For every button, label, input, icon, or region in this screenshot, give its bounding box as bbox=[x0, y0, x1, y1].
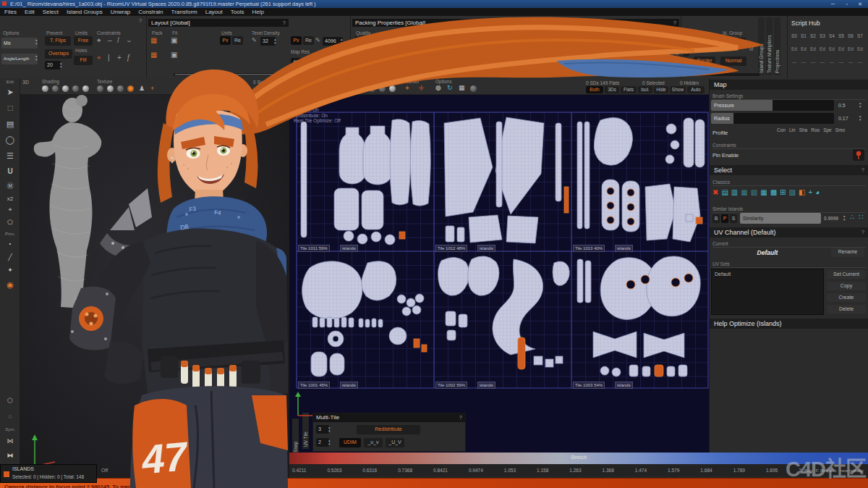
select-rows-icon[interactable]: ▤ bbox=[721, 186, 728, 199]
stepper-icon[interactable]: ▲▼ bbox=[667, 59, 670, 66]
help-icon[interactable]: ? bbox=[459, 413, 462, 422]
pressure-value[interactable]: 0.5 bbox=[838, 103, 846, 108]
profile-option[interactable]: Con bbox=[777, 127, 786, 132]
stepper-icon[interactable]: ▲▼ bbox=[667, 49, 670, 56]
mesh-rows-icon[interactable]: ☰ bbox=[0, 149, 20, 162]
uv-upper-button[interactable]: _U_V bbox=[386, 438, 404, 447]
unwrap-u-icon[interactable]: U bbox=[0, 165, 20, 178]
step-45-button[interactable]: 45 bbox=[629, 38, 634, 43]
pressure-slider[interactable]: Pressure bbox=[711, 100, 834, 111]
uv-island-shapes[interactable] bbox=[301, 117, 705, 376]
polygon-tool-icon[interactable]: ⬠ bbox=[0, 216, 20, 229]
uv-set-item[interactable]: Default bbox=[715, 272, 731, 277]
mix-select[interactable]: Mix bbox=[1, 38, 38, 49]
line-constraint-icon[interactable]: – bbox=[108, 36, 112, 45]
shading-flat-icon[interactable] bbox=[42, 85, 48, 92]
help-icon[interactable]: ? bbox=[861, 227, 864, 237]
re-button[interactable]: Re bbox=[232, 36, 243, 45]
stepper-icon[interactable]: ▲▼ bbox=[667, 37, 670, 44]
stepper-icon[interactable]: ▲▼ bbox=[843, 214, 846, 222]
similarity-value[interactable]: 0.9999 bbox=[824, 216, 838, 221]
g-button-2[interactable]: G bbox=[683, 48, 689, 56]
axis-z-toggle[interactable]: Z bbox=[580, 49, 583, 54]
script-slot-button[interactable]: S0 bbox=[790, 33, 799, 38]
box-button[interactable]: Box bbox=[694, 38, 715, 47]
orient-dash-button[interactable]: — bbox=[572, 36, 579, 45]
pack-all-icon[interactable]: ▦ bbox=[150, 51, 157, 59]
quality-norm-button[interactable]: Norm bbox=[370, 36, 388, 46]
help-icon[interactable]: ? bbox=[139, 17, 142, 24]
character-display-icon[interactable]: ♟ bbox=[139, 85, 145, 92]
min-angle-button[interactable]: Min Angle bbox=[605, 48, 635, 56]
script-edit-button[interactable]: Ed bbox=[818, 46, 827, 51]
shading-smooth-icon[interactable] bbox=[62, 85, 69, 92]
select-island-icon[interactable]: ◧ bbox=[799, 186, 805, 199]
stepper-icon[interactable]: ▲▼ bbox=[435, 59, 438, 66]
pin-enable-button[interactable] bbox=[853, 149, 864, 161]
g-button-1[interactable]: G bbox=[683, 36, 689, 45]
select-lock-button[interactable]: Select bbox=[475, 51, 499, 67]
step-180-button[interactable]: 180 bbox=[647, 38, 655, 43]
select-plus-grid-icon[interactable]: ⊞ bbox=[780, 186, 786, 199]
menu-item[interactable]: Constrain bbox=[138, 8, 163, 16]
max-angle-value[interactable]: 180 bbox=[648, 58, 665, 66]
script-edit-button[interactable]: Ed bbox=[827, 46, 836, 51]
maximize-icon[interactable]: ▫ bbox=[846, 0, 848, 8]
border-button[interactable]: Border bbox=[694, 56, 715, 66]
select-columns-icon[interactable]: ▥ bbox=[731, 186, 738, 199]
hierarchy-icon[interactable]: ∴ bbox=[850, 213, 854, 221]
similarity-field[interactable]: Similarity bbox=[740, 213, 821, 224]
scrollbar-thumb[interactable] bbox=[175, 74, 681, 75]
stepper-icon[interactable]: ▲▼ bbox=[328, 439, 331, 446]
step-off-button[interactable]: Off bbox=[616, 36, 627, 45]
angle-length-select[interactable]: Angle/Length bbox=[1, 54, 38, 64]
orient-m-toggle[interactable]: M bbox=[589, 49, 592, 54]
select-section-header[interactable]: Select ? bbox=[710, 165, 868, 175]
bar-constraint-icon[interactable]: | bbox=[108, 54, 110, 62]
pin-constraint-icon[interactable]: ⌖ bbox=[97, 36, 101, 45]
stacked-button[interactable]: Stacked bbox=[720, 38, 746, 47]
minimize-icon[interactable]: ─ bbox=[831, 0, 835, 8]
stepper-icon[interactable]: ▲▼ bbox=[676, 37, 678, 44]
stepper-icon[interactable]: ▲▼ bbox=[340, 38, 343, 45]
viewport-3d[interactable]: 3D Shading Texture ♟ + 0 Selected Isol. … bbox=[20, 78, 289, 488]
stepper-icon[interactable]: ▲▼ bbox=[308, 59, 311, 66]
stepper-icon[interactable]: ▲▼ bbox=[859, 101, 861, 109]
script-empty-slot[interactable]: — bbox=[809, 59, 817, 64]
stepper-icon[interactable]: ▲▼ bbox=[35, 54, 38, 62]
mutations-1-button[interactable]: 1 bbox=[354, 58, 362, 67]
shading-checker-icon[interactable] bbox=[72, 85, 79, 92]
copy-button[interactable]: Copy bbox=[827, 282, 866, 290]
tile-mode-icon-2[interactable]: ▦ bbox=[334, 56, 341, 65]
stepper-icon[interactable]: ▲▼ bbox=[859, 114, 861, 122]
select-shaded-icon[interactable]: ▧ bbox=[751, 186, 757, 199]
script-slot-button[interactable]: S4 bbox=[827, 33, 836, 38]
stepper-icon[interactable]: ▲▼ bbox=[676, 49, 678, 56]
min-angle-value[interactable]: 0 bbox=[648, 48, 665, 56]
set-current-button[interactable]: Set Current bbox=[827, 270, 866, 279]
select-hatch-icon[interactable]: ▨ bbox=[789, 186, 796, 199]
keep-button[interactable]: Keep bbox=[504, 36, 537, 52]
udim-button[interactable]: UDIM bbox=[339, 438, 361, 447]
g-button-3[interactable]: G bbox=[683, 58, 689, 67]
select-grid-icon[interactable]: ▦ bbox=[760, 186, 767, 199]
profile-option[interactable]: Smo bbox=[835, 127, 845, 132]
stepper-icon[interactable]: ▲▼ bbox=[59, 62, 62, 69]
profile-option[interactable]: Spe bbox=[823, 127, 832, 132]
quality-fast-button[interactable]: Fast bbox=[354, 36, 369, 46]
quality-gold-button[interactable]: Gold bbox=[406, 36, 421, 46]
toolbar-scrollbar[interactable] bbox=[174, 73, 760, 76]
script-slot-button[interactable]: S2 bbox=[809, 33, 817, 38]
global-button[interactable]: Global bbox=[563, 58, 587, 67]
step-0-button[interactable]: 0 bbox=[659, 38, 662, 43]
free-button[interactable]: Free bbox=[74, 36, 93, 46]
stepper-icon[interactable]: ▲▼ bbox=[676, 59, 678, 66]
menu-item[interactable]: Files bbox=[4, 8, 17, 16]
stepper-icon[interactable]: ▲▼ bbox=[273, 38, 276, 45]
help-icon[interactable]: ? bbox=[283, 19, 286, 27]
vertical-tab[interactable]: Texture Multipliers bbox=[766, 17, 773, 75]
fill-button[interactable]: Fill bbox=[74, 56, 93, 65]
quality-high-button[interactable]: High bbox=[389, 36, 404, 46]
diagonal-constraint-icon[interactable]: / bbox=[117, 36, 119, 45]
script-slot-button[interactable]: S3 bbox=[818, 33, 827, 38]
